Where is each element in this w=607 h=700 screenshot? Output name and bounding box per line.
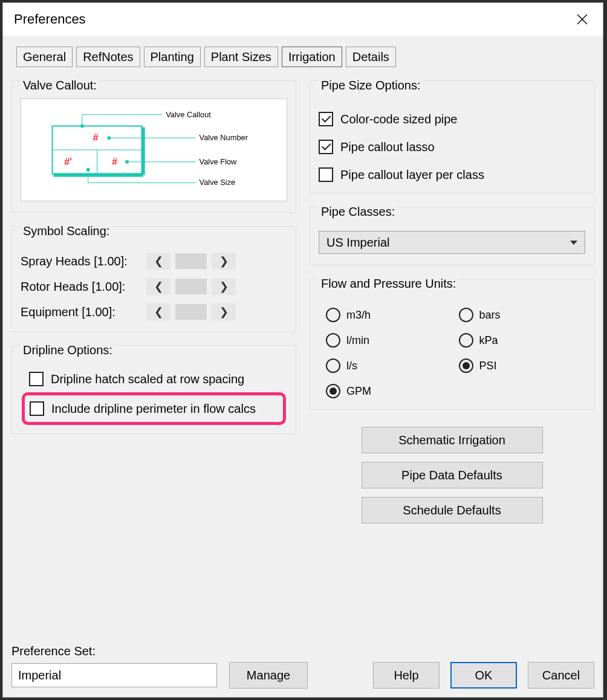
equipment-increase[interactable]: ❯ (212, 303, 236, 320)
color-code-pipe-label: Color-code sized pipe (340, 112, 457, 126)
flow-m3h-label: m3/h (346, 309, 371, 322)
valve-callout-preview: Valve Callout # Valve (21, 99, 287, 201)
flow-pressure-group: Flow and Pressure Units: m3/h bars l/min… (310, 279, 594, 410)
pressure-psi-radio[interactable] (459, 358, 473, 373)
valve-callout-group: Valve Callout: Valve Callout (11, 80, 296, 213)
symbol-scaling-group: Symbol Scaling: Spray Heads [1.00]: ❮ ❯ … (11, 226, 296, 332)
svg-text:Valve Size: Valve Size (200, 178, 236, 187)
equipment-decrease[interactable]: ❮ (146, 303, 170, 320)
rotor-increase[interactable]: ❯ (212, 278, 236, 295)
flow-m3h-radio[interactable] (326, 308, 340, 322)
dripline-perimeter-checkbox[interactable] (30, 401, 44, 416)
pipe-size-options-group: Pipe Size Options: Color-code sized pipe… (310, 80, 594, 193)
window-title: Preferences (14, 11, 86, 27)
pipe-classes-value: US Imperial (326, 236, 389, 250)
cancel-button[interactable]: Cancel (528, 662, 594, 689)
dripline-perimeter-label: Include dripline perimeter in flow calcs (51, 402, 256, 416)
valve-callout-diagram: Valve Callout # Valve (21, 99, 287, 201)
preference-set-select[interactable]: Imperial (11, 663, 217, 687)
svg-point-18 (125, 160, 129, 164)
chevron-down-icon (570, 241, 577, 245)
spray-decrease[interactable]: ❮ (146, 253, 170, 270)
schedule-defaults-button[interactable]: Schedule Defaults (362, 497, 543, 523)
pipe-data-defaults-button[interactable]: Pipe Data Defaults (362, 462, 543, 488)
rotor-slider[interactable] (175, 279, 207, 294)
flow-lmin-radio[interactable] (326, 333, 340, 348)
equipment-label: Equipment [1.00]: (21, 305, 141, 319)
content-area: General RefNotes Planting Plant Sizes Ir… (3, 36, 603, 697)
rotor-label: Rotor Heads [1.00]: (21, 280, 141, 294)
schematic-irrigation-button[interactable]: Schematic Irrigation (362, 427, 543, 453)
ok-button[interactable]: OK (450, 662, 517, 689)
dripline-hatch-label: Dripline hatch scaled at row spacing (51, 372, 244, 386)
svg-text:Valve Number: Valve Number (200, 133, 248, 142)
valve-callout-title: Valve Callout: (21, 79, 99, 92)
dripline-group: Dripline Options: Dripline hatch scaled … (11, 345, 296, 434)
footer: Preference Set: Imperial Manage Help OK … (11, 638, 594, 689)
spray-increase[interactable]: ❯ (212, 253, 236, 270)
pressure-bars-label: bars (479, 309, 501, 322)
dripline-perimeter-highlight: Include dripline perimeter in flow calcs (22, 392, 286, 425)
spray-slider[interactable] (175, 253, 207, 269)
tab-planting[interactable]: Planting (144, 47, 201, 67)
svg-text:#': #' (64, 157, 72, 167)
tabs: General RefNotes Planting Plant Sizes Ir… (16, 47, 594, 67)
symbol-scaling-title: Symbol Scaling: (21, 224, 112, 238)
pressure-psi-label: PSI (479, 360, 497, 372)
equipment-slider[interactable] (175, 304, 207, 320)
flow-ls-label: l/s (346, 360, 357, 372)
pipe-callout-lasso-checkbox[interactable] (319, 140, 333, 154)
spray-label: Spray Heads [1.00]: (21, 254, 141, 268)
right-column: Pipe Size Options: Color-code sized pipe… (310, 80, 594, 532)
pipe-classes-group: Pipe Classes: US Imperial (310, 207, 594, 265)
preferences-window: Preferences General RefNotes Planting Pl… (2, 2, 603, 698)
tab-refnotes[interactable]: RefNotes (76, 47, 140, 67)
tab-details[interactable]: Details (346, 47, 396, 67)
pipe-callout-layer-checkbox[interactable] (319, 167, 333, 182)
dripline-title: Dripline Options: (21, 343, 115, 357)
flow-gpm-radio[interactable] (326, 384, 340, 398)
svg-text:#: # (112, 157, 117, 167)
svg-point-9 (107, 136, 111, 140)
dripline-hatch-checkbox[interactable] (29, 372, 44, 386)
scale-row-spray: Spray Heads [1.00]: ❮ ❯ (21, 253, 287, 270)
titlebar: Preferences (3, 3, 603, 36)
pressure-kpa-label: kPa (479, 334, 498, 347)
tab-irrigation[interactable]: Irrigation (282, 47, 342, 67)
preference-set-label: Preference Set: (11, 644, 308, 658)
pipe-size-options-title: Pipe Size Options: (319, 79, 423, 92)
close-icon (576, 13, 588, 25)
scale-row-equipment: Equipment [1.00]: ❮ ❯ (21, 303, 287, 320)
color-code-pipe-checkbox[interactable] (319, 112, 333, 126)
pipe-callout-layer-label: Pipe callout layer per class (340, 168, 484, 182)
pipe-classes-select[interactable]: US Imperial (319, 231, 585, 254)
pressure-bars-radio[interactable] (459, 308, 473, 322)
tab-plant-sizes[interactable]: Plant Sizes (204, 47, 278, 67)
rotor-decrease[interactable]: ❮ (146, 278, 170, 295)
pipe-classes-title: Pipe Classes: (319, 205, 397, 219)
manage-button[interactable]: Manage (229, 662, 308, 689)
svg-text:#: # (93, 132, 99, 143)
flow-gpm-label: GPM (346, 385, 371, 398)
scale-row-rotor: Rotor Heads [1.00]: ❮ ❯ (21, 278, 287, 295)
flow-lmin-label: l/min (346, 334, 369, 347)
close-button[interactable] (573, 10, 592, 29)
flow-ls-radio[interactable] (326, 358, 340, 373)
tab-general[interactable]: General (16, 47, 73, 67)
svg-text:Valve Callout: Valve Callout (166, 110, 211, 119)
pressure-kpa-radio[interactable] (459, 333, 473, 348)
help-button[interactable]: Help (373, 662, 440, 689)
preference-set-value: Imperial (18, 669, 61, 682)
pipe-callout-lasso-label: Pipe callout lasso (340, 140, 435, 154)
svg-text:Valve Flow: Valve Flow (200, 157, 238, 166)
left-column: Valve Callout: Valve Callout (11, 80, 296, 447)
flow-pressure-title: Flow and Pressure Units: (319, 277, 458, 291)
